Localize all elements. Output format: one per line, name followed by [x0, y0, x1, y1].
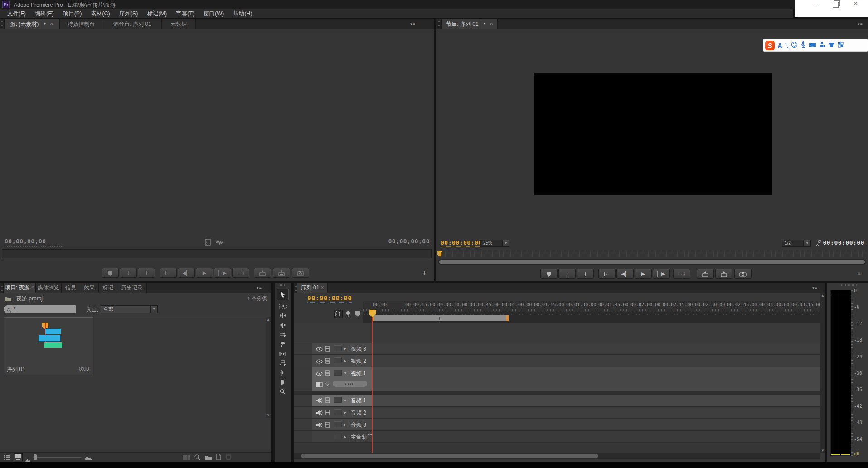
zoom-tool[interactable]: [279, 388, 287, 396]
program-mini-ruler[interactable]: [438, 252, 866, 257]
program-scrollbar[interactable]: [438, 259, 866, 265]
extract-button[interactable]: [715, 269, 732, 279]
work-area-grip[interactable]: [438, 317, 442, 320]
expand-track-icon[interactable]: ▶: [344, 359, 346, 363]
add-marker-button[interactable]: [540, 269, 558, 279]
add-button[interactable]: +: [857, 270, 861, 277]
tab-program[interactable]: 节目: 序列 01▼×: [441, 19, 498, 29]
menu-item[interactable]: 序列(S): [115, 9, 143, 18]
thumbnail-zoom-slider-thumb[interactable]: [34, 454, 37, 460]
close-icon[interactable]: ×: [31, 283, 34, 293]
search-input[interactable]: ▾: [4, 305, 76, 313]
close-icon[interactable]: ×: [490, 19, 493, 29]
playback-resolution-select[interactable]: 1/2: [782, 240, 804, 247]
rate-stretch-tool[interactable]: [279, 331, 287, 339]
selection-tool[interactable]: [279, 291, 287, 299]
entry-filter-select[interactable]: 全部: [101, 305, 150, 313]
skin-icon[interactable]: [828, 41, 835, 49]
close-icon[interactable]: ×: [50, 19, 53, 29]
timeline-current-timecode[interactable]: 00:00:00:00: [307, 294, 352, 303]
playhead-line[interactable]: [372, 317, 373, 453]
track-lane[interactable]: [373, 407, 820, 418]
mark-in-button[interactable]: {: [558, 269, 576, 279]
program-current-timecode[interactable]: 00:00:00:00: [441, 239, 482, 247]
set-marker-icon[interactable]: [355, 311, 360, 317]
expand-track-icon[interactable]: ▶: [344, 410, 346, 415]
mark-out-button[interactable]: }: [577, 269, 594, 279]
encore-marker-icon[interactable]: [345, 311, 351, 319]
panel-menu-icon[interactable]: ▾≡: [858, 22, 863, 26]
add-marker-button[interactable]: [102, 268, 119, 278]
track-mute-icon[interactable]: [316, 409, 323, 417]
panel-menu-icon[interactable]: ▾≡: [812, 285, 818, 290]
set-display-style-icon[interactable]: [316, 381, 323, 389]
snap-toggle[interactable]: [334, 310, 343, 318]
track-select-tool[interactable]: [279, 303, 287, 310]
track-target-slot[interactable]: [334, 345, 342, 351]
punctuation-icon[interactable]: ’,: [785, 42, 788, 49]
sync-lock-icon[interactable]: [325, 409, 330, 417]
play-button[interactable]: ▶: [196, 268, 213, 278]
step-back-button[interactable]: ◀▏: [616, 269, 634, 279]
track-lane[interactable]: [373, 419, 820, 430]
tab-effect-controls[interactable]: 特效控制台: [59, 19, 103, 29]
tab-sequence[interactable]: 序列 01×: [297, 283, 328, 293]
step-back-button[interactable]: ◀▏: [178, 268, 195, 278]
zoom-in-thumbnail-icon[interactable]: [84, 454, 92, 462]
menu-item[interactable]: 编辑(E): [30, 9, 58, 18]
microphone-icon[interactable]: [800, 41, 806, 50]
track-target-slot[interactable]: [334, 409, 342, 415]
tab-project[interactable]: 项目: 夜游×: [3, 283, 36, 293]
tab-history[interactable]: 历史记录: [117, 283, 147, 293]
expand-track-icon[interactable]: ▶: [344, 347, 346, 351]
pen-tool[interactable]: [279, 369, 287, 377]
close-button[interactable]: ×: [853, 0, 858, 7]
track-target-slot[interactable]: [334, 357, 342, 363]
sync-lock-icon[interactable]: [325, 357, 330, 366]
settings-wrench-icon[interactable]: [815, 240, 822, 248]
zoom-level-dropdown-icon[interactable]: ▼: [502, 240, 509, 247]
track-visibility-icon[interactable]: [316, 370, 323, 378]
source-seek-bar[interactable]: [2, 249, 432, 258]
chevron-down-icon[interactable]: ▼: [41, 19, 48, 29]
razor-tool[interactable]: [279, 341, 287, 348]
work-area-bar[interactable]: [372, 315, 509, 321]
track-mute-icon[interactable]: [316, 397, 323, 405]
export-frame-button[interactable]: [734, 269, 752, 279]
new-item-icon[interactable]: [216, 454, 222, 462]
tab-effects[interactable]: 效果: [80, 283, 99, 293]
track-lane[interactable]: [373, 355, 820, 367]
track-master[interactable]: ▶ 主音轨 ▸◂: [294, 431, 820, 442]
timeline-vscrollbar[interactable]: ▲ ▼: [820, 293, 825, 453]
step-forward-button[interactable]: ▏▶: [653, 269, 670, 279]
track-lane[interactable]: [373, 431, 820, 442]
track-lane[interactable]: [373, 367, 820, 391]
panel-grip[interactable]: [438, 21, 440, 27]
drag-audio-icon[interactable]: [216, 239, 224, 247]
menu-item[interactable]: 帮助(H): [228, 9, 257, 18]
goto-in-button[interactable]: {←: [598, 269, 616, 279]
collapse-track-icon[interactable]: ▼: [344, 371, 347, 375]
sync-lock-icon[interactable]: [325, 397, 330, 405]
menu-item[interactable]: 文件(F): [3, 9, 30, 18]
track-audio-3[interactable]: ▶ 音频 3: [294, 419, 820, 430]
sync-lock-icon[interactable]: [325, 421, 330, 429]
lift-button[interactable]: [697, 269, 714, 279]
icon-view-icon[interactable]: [14, 453, 23, 461]
sync-lock-icon[interactable]: [325, 370, 330, 378]
goto-out-button[interactable]: →}: [232, 268, 249, 278]
panel-menu-icon[interactable]: ▾≡: [257, 285, 262, 290]
handwriting-icon[interactable]: [819, 41, 825, 49]
menu-item[interactable]: 窗口(W): [199, 9, 228, 18]
goto-out-button[interactable]: →}: [673, 269, 690, 279]
menu-item[interactable]: 标记(M): [142, 9, 171, 18]
rolling-edit-tool[interactable]: [279, 322, 287, 329]
resolution-dropdown-icon[interactable]: ▼: [804, 240, 811, 247]
toolbox-icon[interactable]: [838, 41, 844, 49]
track-lane[interactable]: [373, 395, 820, 406]
tab-info[interactable]: 信息: [61, 283, 80, 293]
mark-in-button[interactable]: {: [120, 268, 137, 278]
track-video-3[interactable]: ▶ 视频 3: [294, 343, 820, 354]
list-view-icon[interactable]: [4, 454, 11, 463]
expand-track-icon[interactable]: ▶: [344, 398, 346, 402]
